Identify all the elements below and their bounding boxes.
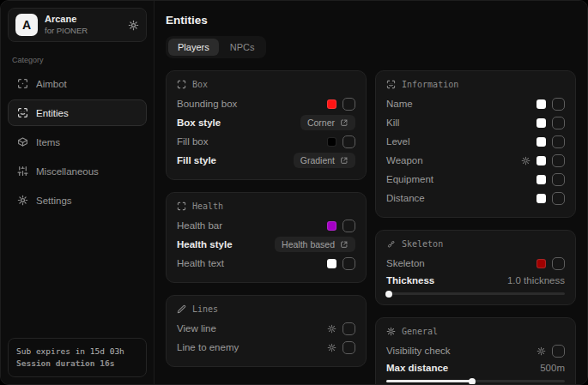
checkbox[interactable]	[342, 135, 355, 148]
sidebar: A Arcane for PIONER Category Aimbot	[1, 1, 155, 384]
slider-fill	[386, 292, 389, 295]
sidebar-item-miscellaneous[interactable]: Miscellaneous	[8, 158, 147, 184]
slider-handle[interactable]	[469, 378, 476, 385]
box-style-dropdown[interactable]: Corner	[300, 115, 355, 130]
checkbox[interactable]	[552, 135, 565, 148]
scan-icon	[177, 202, 186, 211]
thickness-slider[interactable]	[386, 292, 565, 295]
setting-label: Skeleton	[386, 258, 425, 268]
setting-row-health-bar: Health bar	[177, 216, 355, 235]
slider-value: 1.0 thickness	[507, 275, 565, 286]
checkbox[interactable]	[552, 192, 565, 205]
checkbox[interactable]	[342, 98, 355, 111]
expand-icon	[340, 118, 349, 127]
checkbox[interactable]	[552, 117, 565, 129]
max-distance-slider[interactable]	[386, 380, 565, 382]
checkbox[interactable]	[552, 173, 565, 186]
color-swatch[interactable]	[327, 221, 336, 231]
sidebar-item-label: Miscellaneous	[36, 166, 99, 177]
color-swatch[interactable]	[327, 259, 336, 268]
sidebar-item-aimbot[interactable]: Aimbot	[8, 70, 147, 97]
checkbox[interactable]	[552, 154, 565, 167]
color-swatch[interactable]	[536, 118, 546, 128]
expand-icon	[340, 240, 349, 249]
color-swatch[interactable]	[536, 99, 546, 109]
box-card: Box Bounding box Box style Corner	[166, 70, 367, 180]
sliders-icon	[17, 165, 28, 177]
setting-label: Thickness	[386, 275, 434, 286]
fill-style-dropdown[interactable]: Gradient	[294, 153, 355, 168]
scan-icon	[177, 80, 186, 89]
gear-icon[interactable]	[521, 156, 530, 165]
session-duration: Session duration 16s	[16, 358, 138, 370]
setting-row-thickness: Thickness 1.0 thickness	[386, 275, 565, 286]
health-style-dropdown[interactable]: Health based	[275, 237, 355, 252]
tab-players[interactable]: Players	[168, 39, 219, 56]
information-card: Information Name Kill	[375, 70, 576, 218]
app-name: Arcane	[45, 14, 88, 26]
dropdown-value: Gradient	[300, 155, 335, 165]
skeleton-card: Skeleton Skeleton Thickness 1.0 thicknes…	[375, 230, 576, 305]
checkbox[interactable]	[342, 322, 355, 335]
checkbox[interactable]	[342, 341, 355, 354]
health-card: Health Health bar Health style Health ba…	[166, 192, 367, 283]
color-swatch[interactable]	[327, 99, 336, 109]
crosshair-icon	[17, 78, 28, 89]
setting-row-kill: Kill	[386, 113, 565, 132]
category-label: Category	[12, 56, 142, 64]
package-icon	[17, 136, 28, 147]
setting-row-fill-box: Fill box	[177, 132, 355, 151]
checkbox[interactable]	[552, 257, 565, 270]
color-swatch[interactable]	[536, 137, 546, 147]
lines-card: Lines View line Line to enemy	[166, 295, 367, 367]
color-swatch[interactable]	[536, 259, 546, 268]
subscription-expiry: Sub expires in 15d 03h	[16, 346, 138, 358]
color-swatch[interactable]	[327, 137, 336, 147]
gear-icon[interactable]	[536, 346, 546, 356]
setting-label: Weapon	[386, 155, 423, 165]
gear-icon[interactable]	[128, 20, 139, 31]
sidebar-nav: Aimbot Entities Items Miscellaneous	[8, 70, 147, 214]
gear-icon[interactable]	[327, 324, 336, 334]
scan-face-icon	[386, 80, 396, 89]
gear-icon[interactable]	[327, 343, 336, 352]
setting-label: View line	[177, 323, 216, 334]
sidebar-item-entities[interactable]: Entities	[8, 99, 147, 126]
app-window: A Arcane for PIONER Category Aimbot	[0, 0, 588, 385]
setting-row-bounding-box: Bounding box	[177, 94, 355, 113]
setting-row-visibility-check: Visibility check	[386, 341, 565, 360]
color-swatch[interactable]	[536, 194, 546, 203]
checkbox[interactable]	[552, 98, 565, 111]
entity-type-tabs: Players NPCs	[166, 36, 266, 58]
setting-row-health-style: Health style Health based	[177, 235, 355, 254]
setting-row-view-line: View line	[177, 319, 355, 338]
slider-handle[interactable]	[385, 291, 392, 298]
dropdown-value: Health based	[282, 239, 335, 250]
sidebar-item-items[interactable]: Items	[8, 129, 147, 155]
checkbox[interactable]	[342, 257, 355, 270]
setting-label: Name	[386, 99, 413, 109]
card-title: Lines	[192, 304, 218, 314]
card-title: Box	[192, 80, 208, 89]
color-swatch[interactable]	[536, 175, 546, 184]
setting-label: Health text	[177, 258, 224, 268]
bone-icon	[386, 239, 396, 249]
sidebar-item-settings[interactable]: Settings	[8, 187, 147, 214]
color-swatch[interactable]	[536, 156, 546, 165]
checkbox[interactable]	[552, 345, 565, 358]
setting-label: Distance	[386, 193, 425, 203]
setting-label: Fill style	[177, 155, 216, 165]
subscription-card: Sub expires in 15d 03h Session duration …	[8, 338, 147, 378]
slider-value: 500m	[540, 363, 565, 373]
setting-label: Health style	[177, 239, 233, 250]
gear-icon	[17, 195, 28, 206]
card-title: Health	[192, 202, 223, 211]
general-card: General Visibility check Max distance	[375, 317, 576, 384]
dropdown-value: Corner	[307, 117, 335, 128]
setting-label: Kill	[386, 117, 399, 128]
checkbox[interactable]	[342, 220, 355, 232]
setting-row-distance: Distance	[386, 189, 565, 208]
setting-row-line-to-enemy: Line to enemy	[177, 338, 355, 357]
tab-npcs[interactable]: NPCs	[221, 39, 264, 56]
setting-label: Equipment	[386, 174, 433, 184]
